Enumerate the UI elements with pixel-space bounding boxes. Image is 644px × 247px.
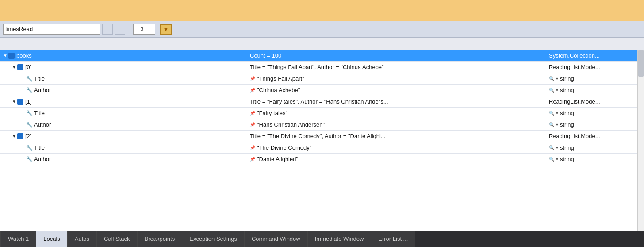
table-row[interactable]: 🔧Title📌"Fairy tales"🔍▾string [0, 108, 644, 119]
cell-value: 📌"Dante Alighieri" [247, 154, 546, 164]
tab-exception-settings[interactable]: Exception Settings [182, 231, 245, 247]
table-row[interactable]: 🔧Title📌"Things Fall Apart"🔍▾string [0, 73, 644, 85]
row-name-text: Author [34, 156, 51, 162]
row-value-text: "Things Fall Apart" [257, 75, 304, 82]
tab-autos[interactable]: Autos [68, 231, 97, 247]
cell-name: 🔧Title [0, 74, 247, 83]
scrollbar[interactable] [637, 50, 644, 231]
type-dropdown-icon[interactable]: ▾ [556, 76, 558, 81]
type-dropdown-icon[interactable]: ▾ [556, 88, 558, 93]
tab-breakpoints[interactable]: Breakpoints [138, 231, 183, 247]
dropdown-arrow-icon[interactable] [621, 10, 625, 12]
scrollbar-thumb[interactable] [638, 50, 644, 77]
row-type-text: string [560, 144, 574, 151]
cell-value: 📌"The Divine Comedy" [247, 143, 546, 152]
cell-type: 🔍▾string [546, 120, 644, 129]
search-icon[interactable]: 🔍 [549, 157, 554, 162]
cube-icon [17, 133, 23, 139]
row-type-text: ReadingList.Mode... [549, 98, 600, 105]
filter-icon: ▼ [163, 26, 169, 33]
cell-type: ReadingList.Mode... [546, 131, 644, 141]
expand-arrow-icon[interactable]: ▼ [3, 53, 8, 58]
tab-watch-1[interactable]: Watch 1 [0, 231, 36, 247]
type-dropdown-icon[interactable]: ▾ [556, 145, 558, 150]
row-value-text: "Fairy tales" [257, 110, 288, 116]
row-value-text: Count = 100 [250, 52, 281, 59]
cell-value: Count = 100 [247, 51, 546, 60]
cell-type: 🔍▾string [546, 74, 644, 83]
table-row[interactable]: 🔧Author📌"Hans Christian Andersen"🔍▾strin… [0, 119, 644, 131]
column-header-value [247, 42, 546, 46]
pin-icon[interactable]: 📌 [250, 111, 255, 116]
table-row[interactable]: ▼[0]Title = "Things Fall Apart", Author … [0, 62, 644, 73]
table-row[interactable]: ▼booksCount = 100System.Collection... [0, 50, 644, 62]
cell-name: 🔧Author [0, 120, 247, 129]
cell-name: 🔧Author [0, 85, 247, 95]
table-row[interactable]: 🔧Author📌"Dante Alighieri"🔍▾string [0, 154, 644, 165]
row-type-text: string [560, 75, 574, 82]
search-icon[interactable]: 🔍 [549, 88, 554, 93]
cell-value: Title = "The Divine Comedy", Author = "D… [247, 131, 546, 141]
table-row[interactable]: ▼[2]Title = "The Divine Comedy", Author … [0, 131, 644, 142]
title-bar [0, 0, 644, 21]
expand-arrow-icon[interactable]: ▼ [12, 134, 16, 139]
cell-type: 🔍▾string [546, 85, 644, 95]
tab-call-stack[interactable]: Call Stack [97, 231, 138, 247]
expand-arrow-icon[interactable]: ▼ [12, 65, 16, 69]
row-name-text: Author [34, 121, 51, 128]
tab-command-window[interactable]: Command Window [245, 231, 308, 247]
search-input[interactable] [4, 26, 83, 32]
cell-name: ▼[2] [0, 131, 247, 141]
search-forward-button[interactable] [115, 24, 125, 35]
wrench-icon: 🔧 [26, 145, 32, 151]
cell-value: Title = "Fairy tales", Author = "Hans Ch… [247, 97, 546, 106]
table-row[interactable]: 🔧Author📌"Chinua Achebe"🔍▾string [0, 85, 644, 96]
search-box [3, 24, 100, 35]
tab-error-list-...[interactable]: Error List ... [371, 231, 415, 247]
expand-arrow-icon[interactable]: ▼ [12, 99, 16, 104]
tab-bar: Watch 1LocalsAutosCall StackBreakpointsE… [0, 231, 644, 247]
row-name-text: [1] [25, 98, 31, 105]
close-icon[interactable] [636, 10, 639, 12]
table-row[interactable]: ▼[1]Title = "Fairy tales", Author = "Han… [0, 96, 644, 108]
cell-name: ▼[1] [0, 97, 247, 106]
wrench-icon: 🔧 [26, 156, 32, 162]
pin-icon[interactable]: 📌 [250, 145, 255, 151]
pin-icon[interactable]: 📌 [250, 88, 255, 93]
cell-value: 📌"Hans Christian Andersen" [247, 120, 546, 129]
row-type-text: ReadingList.Mode... [549, 64, 600, 70]
row-name-text: books [16, 52, 32, 59]
row-name-text: Author [34, 87, 51, 93]
row-value-text: Title = "The Divine Comedy", Author = "D… [250, 133, 386, 139]
search-icon[interactable]: 🔍 [549, 76, 554, 81]
table-row[interactable]: 🔧Title📌"The Divine Comedy"🔍▾string [0, 142, 644, 154]
row-type-text: string [560, 110, 574, 116]
row-name-text: [2] [25, 133, 31, 139]
row-name-text: [0] [25, 64, 31, 70]
row-value-text: Title = "Fairy tales", Author = "Hans Ch… [250, 98, 388, 105]
type-dropdown-icon[interactable]: ▾ [556, 157, 558, 162]
search-icon[interactable]: 🔍 [549, 122, 554, 127]
type-dropdown-icon[interactable]: ▾ [556, 111, 558, 116]
row-name-text: Title [34, 144, 45, 151]
cell-type: ReadingList.Mode... [546, 97, 644, 106]
row-value-text: Title = "Things Fall Apart", Author = "C… [250, 64, 384, 70]
row-type-text: System.Collection... [549, 52, 600, 59]
row-value-text: "Dante Alighieri" [257, 156, 298, 162]
filter-button[interactable]: ▼ [160, 24, 172, 35]
type-dropdown-icon[interactable]: ▾ [556, 122, 558, 127]
pin-icon[interactable]: 📌 [250, 122, 255, 127]
pin-icon[interactable] [629, 10, 632, 12]
tab-locals[interactable]: Locals [36, 231, 68, 247]
search-back-button[interactable] [102, 24, 113, 35]
column-header-type [546, 42, 644, 46]
cube-icon [17, 99, 23, 105]
depth-input[interactable] [135, 26, 149, 32]
search-icon[interactable]: 🔍 [549, 145, 554, 150]
search-dropdown-button[interactable] [86, 24, 88, 34]
search-icon[interactable]: 🔍 [549, 111, 554, 116]
cell-type: 🔍▾string [546, 108, 644, 118]
pin-icon[interactable]: 📌 [250, 157, 255, 162]
pin-icon[interactable]: 📌 [250, 76, 255, 81]
tab-immediate-window[interactable]: Immediate Window [308, 231, 372, 247]
